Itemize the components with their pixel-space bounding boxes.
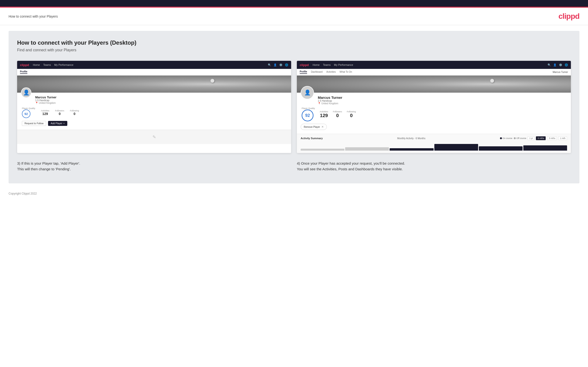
request-follow-button[interactable]: Request to Follow [22, 121, 46, 126]
tab-activities-right[interactable]: Activities [326, 71, 336, 74]
tab-profile-left[interactable]: Profile [20, 70, 27, 74]
banner-golf-left [17, 75, 291, 93]
activity-summary: Activity Summary Monthly Activity · 6 Mo… [297, 134, 571, 153]
footer: Copyright Clippd 2022 [0, 189, 588, 198]
activities-label-left: Activities [41, 109, 50, 112]
page-title: How to connect with your Players [9, 15, 58, 18]
profile-handicap-right: 1-5 Handicap [318, 100, 567, 102]
app-nav-left: clippd Home Teams My Performance 🔍 👤 ⚙️ … [17, 61, 291, 69]
player-quality-circle-left: 92 [22, 109, 30, 118]
globe-icon-right[interactable]: 🌐 [565, 63, 568, 67]
add-player-button[interactable]: Add Player + [48, 121, 67, 126]
followers-label-right: Followers [333, 110, 342, 113]
app-logo-right: clippd [300, 63, 309, 67]
search-icon-left[interactable]: 🔍 [268, 63, 271, 67]
nav-home-left[interactable]: Home [33, 63, 40, 66]
profile-banner-right [297, 75, 571, 93]
time-btn-1mth[interactable]: 1 mth [558, 136, 567, 140]
screenshot-right: clippd Home Teams My Performance 🔍 👤 ⚙️ … [297, 61, 571, 153]
profile-name-left: Marcus Turner [35, 95, 287, 99]
nav-teams-right[interactable]: Teams [323, 63, 331, 66]
player-quality-circle-right: 92 [302, 109, 313, 121]
remove-player-button[interactable]: Remove Player ✕ [301, 124, 327, 130]
player-quality-label-right: Player Quality [302, 107, 315, 109]
profile-handicap-left: 1-5 Handicap [35, 99, 287, 102]
nav-icons-left: 🔍 👤 ⚙️ 🌐 [268, 63, 288, 67]
activity-title: Activity Summary [301, 137, 323, 140]
following-value-right: 0 [347, 113, 356, 118]
tab-profile-right[interactable]: Profile [300, 70, 307, 74]
screenshots-row: clippd Home Teams My Performance 🔍 👤 ⚙️ … [17, 61, 571, 153]
followers-value-right: 0 [333, 113, 342, 118]
nav-icons-right: 🔍 👤 ⚙️ 🌐 [548, 63, 568, 67]
time-btn-6mths[interactable]: 6 mths [536, 136, 546, 140]
search-icon-right[interactable]: 🔍 [548, 63, 551, 67]
chart-bar-3 [390, 148, 433, 150]
legend-off-course: Off course [514, 137, 526, 139]
following-value-left: 0 [70, 112, 79, 116]
legend-dot-on-course [500, 137, 502, 139]
scroll-area-left: ✎ [17, 130, 291, 144]
location-icon-left: 📍 [35, 102, 38, 104]
settings-icon-right[interactable]: ⚙️ [559, 63, 562, 67]
profile-info-right: 👤 Marcus Turner 1-5 Handicap 📍 United Ki… [297, 93, 571, 134]
settings-icon-left[interactable]: ⚙️ [279, 63, 283, 67]
chart-bar-2 [345, 147, 389, 150]
header: How to connect with your Players clippd [0, 8, 588, 25]
description-col-right: 4) Once your Player has accepted your re… [297, 161, 571, 172]
tab-dashboard-right[interactable]: Dashboard [311, 71, 322, 74]
app-tabs-left: Profile [17, 69, 291, 75]
activities-value-left: 129 [41, 112, 50, 116]
chart-bar-5 [479, 146, 523, 150]
activities-label-right: Activities [320, 110, 328, 113]
legend-dot-off-course [514, 137, 516, 139]
main-content: How to connect with your Players (Deskto… [9, 31, 579, 184]
user-icon-right[interactable]: 👤 [553, 63, 557, 67]
description-col-left: 3) If this is your Player tap, 'Add Play… [17, 161, 291, 172]
followers-value-left: 0 [55, 112, 64, 116]
location-icon-right: 📍 [318, 102, 321, 105]
clippd-logo: clippd [559, 12, 579, 21]
scroll-icon: ✎ [153, 134, 156, 140]
avatar-icon-right: 👤 [304, 90, 311, 96]
copyright: Copyright Clippd 2022 [9, 192, 37, 195]
nav-home-right[interactable]: Home [312, 63, 320, 66]
remove-x-icon: ✕ [321, 125, 324, 128]
chart-bar-6 [523, 145, 567, 150]
chart-bar-4 [434, 144, 478, 150]
activity-controls: On course Off course 1 yr 6 mths 3 mths … [500, 136, 567, 140]
profile-buttons-left: Request to Follow Add Player + [22, 121, 287, 126]
description-row: 3) If this is your Player tap, 'Add Play… [17, 161, 571, 172]
main-title: How to connect with your Players (Deskto… [17, 39, 571, 46]
time-btn-1yr[interactable]: 1 yr [527, 136, 535, 140]
profile-location-left: 📍 United Kingdom [35, 102, 287, 104]
tab-what-to-on-right[interactable]: What To On [340, 71, 352, 74]
app-nav-right: clippd Home Teams My Performance 🔍 👤 ⚙️ … [297, 61, 571, 69]
followers-label-left: Followers [55, 109, 64, 112]
avatar-icon-left: 👤 [23, 90, 29, 96]
description-text-right: 4) Once your Player has accepted your re… [297, 161, 571, 172]
screenshot-left: clippd Home Teams My Performance 🔍 👤 ⚙️ … [17, 61, 291, 153]
legend-on-course: On course [500, 137, 513, 139]
profile-name-right: Marcus Turner [318, 95, 567, 100]
time-btn-3mths[interactable]: 3 mths [547, 136, 557, 140]
user-icon-left[interactable]: 👤 [274, 63, 277, 67]
activities-value-right: 129 [320, 113, 328, 118]
chart-bar-1 [301, 149, 345, 150]
tab-user-name-right: Marcus Turner [553, 71, 568, 73]
following-label-right: Following [347, 110, 356, 113]
nav-performance-right[interactable]: My Performance [334, 63, 353, 66]
globe-icon-left[interactable]: 🌐 [285, 63, 288, 67]
top-bar [0, 0, 588, 7]
activity-header: Activity Summary Monthly Activity · 6 Mo… [301, 136, 567, 140]
nav-teams-left[interactable]: Teams [43, 63, 51, 66]
description-text-left: 3) If this is your Player tap, 'Add Play… [17, 161, 291, 172]
nav-performance-left[interactable]: My Performance [54, 63, 73, 66]
activity-period: Monthly Activity · 6 Months [397, 137, 425, 140]
avatar-left: 👤 [21, 87, 31, 98]
profile-banner-left [17, 75, 291, 93]
profile-info-left: 👤 Marcus Turner 1-5 Handicap 📍 United Ki… [17, 93, 291, 130]
plus-icon: + [63, 122, 65, 125]
avatar-right: 👤 [301, 86, 314, 99]
player-quality-label-left: Player Quality [22, 107, 35, 109]
